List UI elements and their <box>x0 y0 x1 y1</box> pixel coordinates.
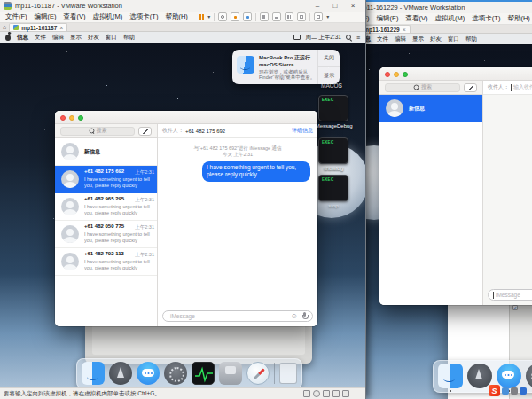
menu-help[interactable]: 帮助 <box>123 34 135 42</box>
conversation-row[interactable]: +61 482 175 692 上午2:31 I have something … <box>55 166 157 193</box>
menu-buddies[interactable]: 好友 <box>430 35 442 43</box>
notification-show-button[interactable]: 显示 <box>318 66 340 84</box>
minimize-button[interactable] <box>394 72 399 77</box>
view-dropdown-icon[interactable]: ▾ <box>326 14 329 20</box>
details-link[interactable]: 详细信息 <box>292 127 313 135</box>
activity-monitor-icon[interactable] <box>192 362 215 385</box>
zoom-button[interactable] <box>403 72 408 77</box>
menu-view[interactable]: 查看(V) <box>64 12 86 21</box>
menu-messages-app[interactable]: 信息 <box>17 34 28 42</box>
menu-edit[interactable]: 编辑(E) <box>35 12 57 21</box>
menu-edit[interactable]: 编辑 <box>395 35 406 43</box>
power-dropdown-icon[interactable]: ▾ <box>207 14 210 20</box>
desktop-icon-stop[interactable]: EXEC <box>318 175 348 201</box>
close-button[interactable]: × <box>344 1 362 12</box>
message-input[interactable]: iMessage <box>488 289 532 301</box>
menu-vm[interactable]: 虚拟机(M) <box>435 14 466 23</box>
menu-buddies[interactable]: 好友 <box>88 34 99 42</box>
to-field[interactable]: 收件人： +61 482 175 692 详细信息 <box>158 124 317 138</box>
to-field[interactable]: 收件人： 输入收件人 <box>483 81 532 95</box>
unity-view-icon[interactable] <box>314 12 323 21</box>
take-snapshot-icon[interactable] <box>218 12 227 21</box>
utility-icon[interactable] <box>219 362 242 385</box>
conversation-row[interactable]: +61 482 050 775 上午2:31 I have something … <box>55 221 157 248</box>
system-preferences-icon[interactable] <box>164 362 187 385</box>
compose-button[interactable] <box>138 127 152 136</box>
apple-icon[interactable] <box>5 35 11 41</box>
thumbnail-bar-icon[interactable] <box>272 12 281 21</box>
conversation-row[interactable]: +61 482 965 295 上午2:31 I have something … <box>55 193 157 221</box>
manage-snapshots-icon[interactable] <box>243 12 252 21</box>
menu-help[interactable]: 帮助(H) <box>165 12 187 21</box>
minimize-button[interactable]: – <box>309 1 326 12</box>
menu-edit[interactable]: 编辑(E) <box>377 14 399 23</box>
compose-button[interactable] <box>464 83 477 92</box>
notification-banner[interactable]: MacBook Pro 正运行 macOS Sierra 现在浏览，或者稍后从 … <box>232 50 340 84</box>
finder-icon[interactable] <box>438 364 463 388</box>
search-input[interactable]: 搜索 <box>60 127 135 136</box>
menu-file[interactable]: 文件(F) <box>5 12 27 21</box>
launchpad-icon[interactable] <box>109 362 132 385</box>
safari-icon[interactable] <box>246 362 270 385</box>
checkbox-icon[interactable]: ✓ <box>512 305 518 310</box>
window-titlebar[interactable] <box>379 67 532 81</box>
system-preferences-icon[interactable] <box>526 364 532 388</box>
minimize-button[interactable] <box>69 115 74 121</box>
window-titlebar[interactable]: mp11-161187 - VMware Workstation – □ × <box>0 0 365 12</box>
menubar-clock[interactable]: 周二 上午2:31 <box>305 34 340 42</box>
finder-icon[interactable] <box>82 362 105 385</box>
mic-icon[interactable] <box>301 312 308 321</box>
sogou-mic-icon[interactable] <box>520 387 527 395</box>
console-view-icon[interactable] <box>285 12 293 21</box>
menu-tabs[interactable]: 选项卡(T) <box>129 12 158 21</box>
search-input[interactable]: 搜索 <box>385 83 460 92</box>
info-checkbox-row[interactable]: ✓ <box>512 305 532 310</box>
spotlight-icon[interactable] <box>346 35 352 41</box>
close-button[interactable] <box>60 115 66 121</box>
menu-file[interactable]: 文件 <box>35 34 46 42</box>
sogou-logo[interactable]: S <box>489 385 500 396</box>
menu-file[interactable]: 文件 <box>377 35 388 43</box>
menu-vm[interactable]: 虚拟机(M) <box>93 12 123 21</box>
trash-icon[interactable] <box>279 363 297 384</box>
desktop-icon-imessagedebug[interactable]: EXEC <box>318 95 348 121</box>
usb-icon[interactable] <box>332 390 340 397</box>
display-status-icon[interactable] <box>293 35 301 40</box>
harddisk-icon[interactable] <box>303 390 310 397</box>
message-input[interactable]: iMessage ☺ <box>162 310 313 322</box>
close-button[interactable] <box>385 72 390 77</box>
conversation-row[interactable]: 新信息 <box>379 95 482 122</box>
window-titlebar[interactable]: mp11-161229 - VMware Workstation <box>342 2 532 13</box>
menu-tabs[interactable]: 选项卡(T) <box>472 14 500 23</box>
tab-close-icon[interactable]: × <box>403 27 406 33</box>
menu-view[interactable]: 查看(V) <box>406 14 428 23</box>
window-titlebar[interactable] <box>55 111 317 124</box>
notification-center-icon[interactable]: ≡ <box>356 35 360 41</box>
conversation-row[interactable]: +61 482 702 113 上午2:31 I have something … <box>55 248 157 276</box>
menu-view[interactable]: 显示 <box>70 34 82 42</box>
zoom-button[interactable] <box>78 115 83 121</box>
notification-close-button[interactable]: 关闭 <box>318 50 340 66</box>
menu-view[interactable]: 显示 <box>412 35 424 43</box>
menu-edit[interactable]: 编辑 <box>52 34 64 42</box>
sogou-keyboard-icon[interactable] <box>502 387 509 395</box>
tab-close-icon[interactable]: × <box>59 25 63 31</box>
home-icon[interactable]: ⌂ <box>3 24 6 31</box>
sogou-skin-icon[interactable] <box>511 387 518 395</box>
conversation-row[interactable]: 新信息 <box>55 138 157 166</box>
maximize-button[interactable]: □ <box>326 1 344 12</box>
messages-icon[interactable] <box>137 362 160 385</box>
menu-help[interactable]: 帮助(H) <box>507 14 529 23</box>
menu-help[interactable]: 帮助 <box>466 35 477 43</box>
show-library-icon[interactable] <box>260 12 269 21</box>
message-log-icon[interactable] <box>342 390 349 397</box>
network-icon[interactable] <box>323 390 330 397</box>
revert-snapshot-icon[interactable] <box>231 12 239 21</box>
pause-button[interactable] <box>200 14 205 20</box>
vm-tab[interactable]: mp11-161187 × <box>9 23 67 31</box>
cdrom-icon[interactable] <box>313 390 320 397</box>
desktop-icon-showlog[interactable]: EXEC <box>318 137 348 164</box>
fullscreen-icon[interactable] <box>297 12 306 21</box>
emoji-icon[interactable]: ☺ <box>291 313 298 320</box>
menu-window[interactable]: 窗口 <box>448 35 459 43</box>
